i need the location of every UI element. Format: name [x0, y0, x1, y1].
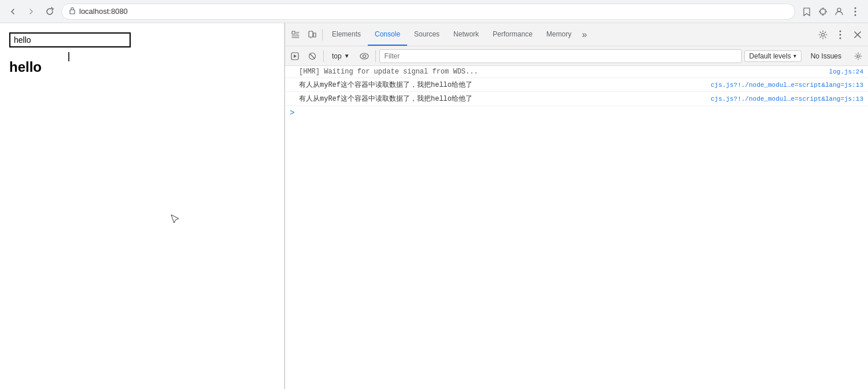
url-text: localhost:8080: [79, 7, 128, 16]
more-menu-button[interactable]: [848, 5, 862, 19]
console-row: [HMR] Waiting for update signal from WDS…: [285, 66, 868, 78]
filter-input[interactable]: [379, 49, 742, 63]
console-settings-button[interactable]: [851, 49, 866, 64]
console-row-text: [HMR] Waiting for update signal from WDS…: [299, 68, 825, 76]
svg-point-3: [855, 10, 856, 12]
svg-point-1: [837, 8, 841, 12]
svg-point-2: [855, 7, 856, 9]
device-toggle-button[interactable]: [304, 27, 320, 43]
svg-point-8: [311, 37, 311, 38]
levels-arrow-icon: ▾: [793, 53, 796, 59]
devtools-topbar-actions: [815, 27, 866, 43]
tab-divider: [322, 29, 323, 41]
console-row: 有人从myRef这个容器中读取数据了，我把hello给他了 cjs.js?!./…: [285, 92, 868, 106]
console-toolbar: top ▼ Default levels ▾ No Issues: [285, 46, 868, 66]
inspect-element-button[interactable]: [287, 27, 304, 43]
console-row-link[interactable]: cjs.js?!./node_modul…e=script&lang=js:13: [711, 96, 863, 102]
tab-overflow-button[interactable]: »: [578, 23, 590, 46]
svg-point-12: [840, 37, 841, 39]
hello-display: hello: [9, 59, 275, 75]
devtools-panel: Elements Console Sources Network Perform…: [285, 23, 868, 389]
devtools-settings-button[interactable]: [815, 27, 831, 43]
toolbar-divider: [323, 50, 324, 62]
tab-console[interactable]: Console: [368, 23, 407, 46]
svg-rect-7: [313, 33, 316, 37]
prompt-arrow-icon: >: [290, 108, 294, 118]
svg-rect-6: [309, 31, 313, 37]
svg-point-15: [360, 53, 368, 59]
block-button[interactable]: [305, 49, 320, 64]
main-area: hello: [0, 23, 868, 389]
svg-point-16: [363, 54, 365, 57]
back-button[interactable]: [6, 5, 20, 19]
console-row-link[interactable]: cjs.js?!./node_modul…e=script&lang=js:13: [711, 82, 863, 89]
bookmark-button[interactable]: [800, 5, 814, 19]
text-cursor: [68, 52, 69, 61]
tab-memory[interactable]: Memory: [540, 23, 578, 46]
svg-point-17: [857, 55, 859, 57]
console-output: [HMR] Waiting for update signal from WDS…: [285, 66, 868, 389]
devtools-more-button[interactable]: [832, 27, 848, 43]
tab-network[interactable]: Network: [446, 23, 486, 46]
execute-button[interactable]: [287, 49, 302, 64]
context-dropdown[interactable]: top ▼: [327, 51, 354, 61]
browser-actions: [800, 5, 862, 19]
tab-performance[interactable]: Performance: [486, 23, 540, 46]
forward-button[interactable]: [24, 5, 38, 19]
devtools-close-button[interactable]: [849, 27, 866, 43]
console-input[interactable]: [298, 109, 863, 117]
dropdown-arrow-icon: ▼: [344, 53, 350, 59]
browser-chrome: localhost:8080: [0, 0, 868, 23]
svg-point-11: [840, 34, 841, 35]
eye-button[interactable]: [357, 49, 372, 64]
svg-rect-0: [70, 10, 75, 14]
console-row-text: 有人从myRef这个容器中读取数据了，我把hello给他了: [299, 94, 706, 104]
devtools-topbar: Elements Console Sources Network Perform…: [285, 23, 868, 46]
svg-point-4: [855, 14, 856, 16]
svg-rect-5: [292, 31, 295, 34]
console-prompt: >: [285, 106, 868, 120]
default-levels-dropdown[interactable]: Default levels ▾: [744, 50, 801, 62]
address-bar[interactable]: localhost:8080: [61, 3, 795, 20]
console-row: 有人从myRef这个容器中读取数据了，我把hello给他了 cjs.js?!./…: [285, 78, 868, 92]
no-issues-button[interactable]: No Issues: [804, 51, 848, 61]
console-row-text: 有人从myRef这个容器中读取数据了，我把hello给他了: [299, 80, 706, 90]
devtools-tabs: Elements Console Sources Network Perform…: [325, 23, 815, 46]
tab-elements[interactable]: Elements: [325, 23, 368, 46]
svg-point-10: [840, 30, 841, 32]
page-content: hello: [0, 23, 285, 389]
refresh-button[interactable]: [43, 5, 57, 19]
extensions-button[interactable]: [816, 5, 830, 19]
lock-icon: [69, 6, 76, 16]
hello-input[interactable]: [9, 32, 131, 47]
console-row-link[interactable]: log.js:24: [829, 68, 863, 75]
toolbar-divider-2: [375, 50, 376, 62]
svg-point-9: [822, 33, 825, 36]
tab-sources[interactable]: Sources: [407, 23, 446, 46]
cursor-indicator: [171, 214, 180, 228]
profile-button[interactable]: [832, 5, 846, 19]
